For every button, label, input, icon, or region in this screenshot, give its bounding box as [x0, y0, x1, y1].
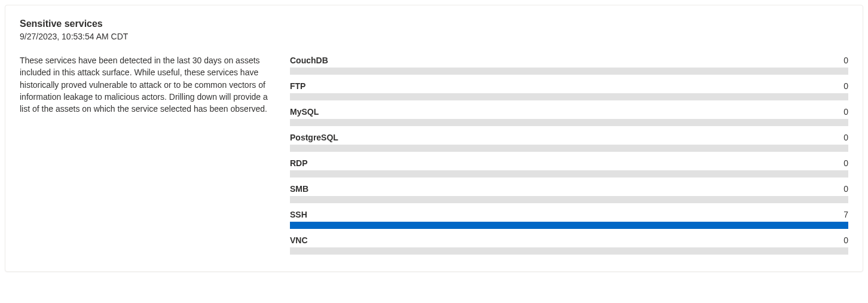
card-timestamp: 9/27/2023, 10:53:54 AM CDT [20, 32, 270, 41]
service-count: 0 [843, 184, 848, 194]
service-name: PostgreSQL [290, 133, 338, 142]
service-row-header: SSH7 [290, 210, 848, 219]
service-bar-track [290, 119, 848, 126]
service-name: VNC [290, 235, 308, 245]
card-description: These services have been detected in the… [20, 54, 270, 115]
service-bar-track [290, 247, 848, 255]
service-bar-track [290, 222, 848, 229]
service-name: RDP [290, 158, 308, 168]
service-row[interactable]: MySQL0 [290, 107, 848, 126]
service-count: 0 [843, 81, 848, 91]
service-row[interactable]: PostgreSQL0 [290, 133, 848, 152]
service-row[interactable]: VNC0 [290, 235, 848, 255]
service-row[interactable]: SSH7 [290, 210, 848, 229]
service-name: MySQL [290, 107, 319, 117]
service-count: 0 [843, 56, 848, 65]
service-row[interactable]: RDP0 [290, 158, 848, 177]
card-left: Sensitive services 9/27/2023, 10:53:54 A… [20, 19, 270, 255]
service-row[interactable]: SMB0 [290, 184, 848, 203]
service-count: 0 [843, 235, 848, 245]
service-bar-track [290, 93, 848, 100]
service-count: 0 [843, 107, 848, 117]
service-row-header: MySQL0 [290, 107, 848, 117]
service-name: SMB [290, 184, 308, 194]
service-row[interactable]: FTP0 [290, 81, 848, 100]
service-row-header: SMB0 [290, 184, 848, 194]
card-title: Sensitive services [20, 19, 270, 29]
service-count: 0 [843, 158, 848, 168]
service-bar-track [290, 196, 848, 203]
sensitive-services-card: Sensitive services 9/27/2023, 10:53:54 A… [5, 5, 863, 272]
service-bar-track [290, 68, 848, 75]
service-name: CouchDB [290, 56, 328, 65]
service-row-header: VNC0 [290, 235, 848, 245]
service-name: SSH [290, 210, 307, 219]
service-row-header: FTP0 [290, 81, 848, 91]
service-count: 7 [843, 210, 848, 219]
service-bar-fill [290, 222, 848, 229]
service-bar-track [290, 170, 848, 177]
service-bar-track [290, 145, 848, 152]
service-row-header: CouchDB0 [290, 56, 848, 65]
service-row[interactable]: CouchDB0 [290, 56, 848, 75]
service-count: 0 [843, 133, 848, 142]
service-name: FTP [290, 81, 305, 91]
services-bar-list: CouchDB0FTP0MySQL0PostgreSQL0RDP0SMB0SSH… [290, 19, 848, 255]
service-row-header: PostgreSQL0 [290, 133, 848, 142]
service-row-header: RDP0 [290, 158, 848, 168]
